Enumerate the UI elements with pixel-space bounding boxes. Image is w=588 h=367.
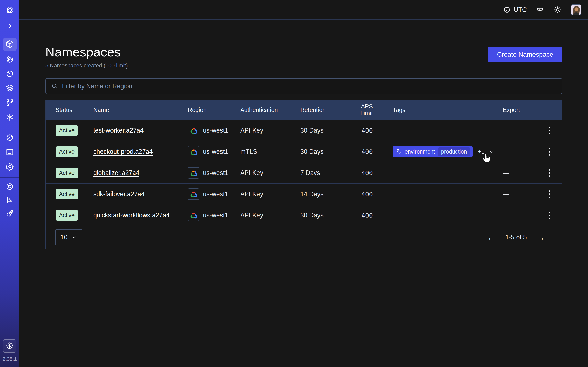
gauge-icon <box>5 133 14 142</box>
table-row: Active sdk-failover.a27a4 us-west1 API K… <box>46 183 562 205</box>
reading-glasses-icon <box>536 6 544 14</box>
next-page-button[interactable]: → <box>536 233 545 242</box>
spiral-icon <box>5 55 14 64</box>
column-header-region: Region <box>188 107 240 113</box>
tag-pill[interactable]: environment production <box>393 146 473 157</box>
gcp-cloud-icon <box>188 125 199 136</box>
namespace-link[interactable]: checkout-prod.a27a4 <box>93 148 153 155</box>
filter-input[interactable] <box>62 83 557 90</box>
sidebar-item-usage[interactable] <box>5 133 14 142</box>
previous-page-button[interactable]: ← <box>487 233 496 242</box>
main-content: Namespaces 5 Namespaces created (100 lim… <box>19 20 588 367</box>
namespace-link[interactable]: test-worker.a27a4 <box>93 127 144 134</box>
page-title: Namespaces <box>45 45 128 59</box>
gcp-cloud-icon <box>188 167 199 179</box>
timezone-selector[interactable]: UTC <box>503 6 527 14</box>
export-status: — <box>503 169 543 176</box>
gcp-cloud-icon <box>188 146 199 157</box>
sidebar-expand-button[interactable] <box>5 22 14 31</box>
status-badge: Active <box>56 210 78 221</box>
aps-limit: 400 <box>347 191 373 198</box>
topbar: UTC <box>19 0 588 20</box>
export-status: — <box>503 212 543 219</box>
retention-period: 7 Days <box>300 169 347 176</box>
branch-icon <box>6 99 14 107</box>
sidebar-item-support[interactable] <box>5 182 14 191</box>
sidebar: 2.35.1 <box>0 0 19 367</box>
namespace-link[interactable]: globalizer.a27a4 <box>93 169 139 176</box>
sidebar-item-docs[interactable] <box>5 196 14 205</box>
search-icon <box>51 83 58 90</box>
sun-icon <box>553 6 562 14</box>
status-badge: Active <box>56 146 78 157</box>
export-status: — <box>503 191 543 198</box>
sidebar-item-settings[interactable] <box>5 162 14 171</box>
page-size-value: 10 <box>61 234 67 241</box>
app-version: 2.35.1 <box>3 356 17 362</box>
create-namespace-button[interactable]: Create Namespace <box>488 47 562 62</box>
column-header-name: Name <box>93 107 188 113</box>
retention-period: 30 Days <box>300 212 347 219</box>
table-row: Active checkout-prod.a27a4 us-west1 mTLS… <box>46 141 562 162</box>
dollar-seal-icon <box>5 342 14 350</box>
auth-method: mTLS <box>240 148 300 155</box>
plan-badge-button[interactable] <box>3 340 16 352</box>
namespace-link[interactable]: quickstart-workflows.a27a4 <box>93 212 170 219</box>
auth-method: API Key <box>240 212 300 219</box>
tags-expand-chevron[interactable] <box>488 149 494 155</box>
export-status: — <box>503 127 543 134</box>
retention-period: 14 Days <box>300 191 347 198</box>
timezone-label: UTC <box>514 6 527 13</box>
sidebar-item-namespaces[interactable] <box>3 38 17 51</box>
namespace-link[interactable]: sdk-failover.a27a4 <box>93 191 145 198</box>
auth-method: API Key <box>240 191 300 198</box>
sidebar-item-getting-started[interactable] <box>5 209 14 218</box>
cube-icon <box>5 40 15 49</box>
column-header-aps-limit: APS Limit <box>347 103 373 117</box>
filter-bar <box>45 78 562 94</box>
table-row: Active test-worker.a27a4 us-west1 API Ke… <box>46 120 562 141</box>
row-menu-button[interactable] <box>543 146 555 158</box>
accessibility-toggle-button[interactable] <box>536 6 544 14</box>
sidebar-bottom: 2.35.1 <box>3 340 17 367</box>
export-status: — <box>503 148 543 155</box>
lifebuoy-icon <box>5 182 14 191</box>
chevron-down-icon <box>71 234 77 240</box>
column-header-authentication: Authentication <box>240 107 300 113</box>
sidebar-divider <box>0 128 19 128</box>
sidebar-item-monitor[interactable] <box>5 55 14 64</box>
table-header-row: Status Name Region Authentication Retent… <box>46 100 562 120</box>
region-label: us-west1 <box>203 127 228 134</box>
layers-icon <box>5 83 15 93</box>
sidebar-nav-main <box>0 39 19 122</box>
sidebar-nav-account <box>0 133 19 171</box>
aps-limit: 400 <box>347 169 373 176</box>
sidebar-item-batch-operations[interactable] <box>5 84 14 93</box>
rocket-icon <box>5 209 14 218</box>
clock-icon <box>503 6 511 14</box>
status-badge: Active <box>56 189 78 200</box>
column-header-tags: Tags <box>373 107 503 113</box>
row-menu-button[interactable] <box>543 124 555 137</box>
sidebar-item-billing[interactable] <box>5 148 14 157</box>
sidebar-item-nexus[interactable] <box>5 113 14 122</box>
page-size-select[interactable]: 10 <box>55 229 82 245</box>
row-menu-button[interactable] <box>543 188 555 200</box>
row-menu-button[interactable] <box>543 167 555 179</box>
retention-period: 30 Days <box>300 148 347 155</box>
table-footer: 10 ← 1-5 of 5 → <box>46 226 562 249</box>
sidebar-item-schedules[interactable] <box>5 69 14 78</box>
book-sparkle-icon <box>6 196 14 204</box>
row-menu-button[interactable] <box>543 209 555 221</box>
auth-method: API Key <box>240 127 300 134</box>
table-row: Active globalizer.a27a4 us-west1 API Key… <box>46 162 562 183</box>
tag-key: environment <box>405 149 435 155</box>
region-label: us-west1 <box>203 169 228 176</box>
pagination-range-label: 1-5 of 5 <box>505 234 527 241</box>
sidebar-item-deployments[interactable] <box>5 98 14 107</box>
table-row: Active quickstart-workflows.a27a4 us-wes… <box>46 205 562 226</box>
theme-toggle-button[interactable] <box>553 6 562 14</box>
region-label: us-west1 <box>203 191 228 198</box>
user-avatar[interactable] <box>571 4 581 15</box>
timer-icon <box>5 69 14 78</box>
